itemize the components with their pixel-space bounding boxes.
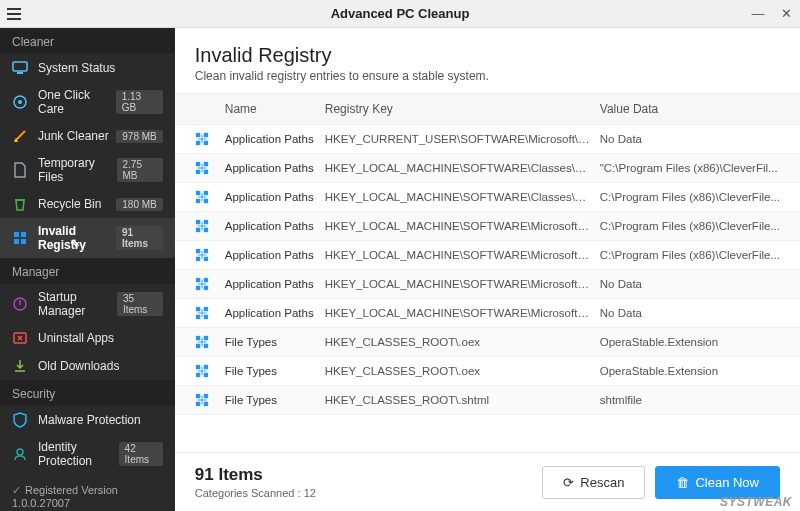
sidebar-item-temporary-files[interactable]: Temporary Files 2.75 MB	[0, 150, 175, 190]
registry-row-icon	[195, 277, 225, 291]
svg-rect-14	[204, 141, 208, 145]
nav-label: Startup Manager	[38, 290, 117, 318]
svg-rect-39	[196, 336, 200, 340]
svg-rect-12	[204, 133, 208, 137]
sidebar-item-recycle-bin[interactable]: Recycle Bin 180 MB	[0, 190, 175, 218]
clean-now-button[interactable]: 🗑 Clean Now	[655, 466, 780, 499]
broom-icon	[12, 128, 28, 144]
section-manager: Manager	[0, 258, 175, 284]
nav-label: Malware Protection	[38, 413, 141, 427]
sidebar-item-system-status[interactable]: System Status	[0, 54, 175, 82]
sidebar-item-uninstall-apps[interactable]: Uninstall Apps	[0, 324, 175, 352]
svg-rect-45	[196, 373, 200, 377]
app-title: Advanced PC Cleanup	[331, 6, 470, 21]
window-buttons: — ✕	[744, 0, 800, 28]
row-key: HKEY_CURRENT_USER\SOFTWARE\Microsoft\Win…	[325, 133, 600, 145]
svg-rect-21	[196, 199, 200, 203]
row-value: OperaStable.Extension	[600, 336, 780, 348]
items-count: 91 Items	[195, 465, 316, 485]
nav-label: System Status	[38, 61, 115, 75]
svg-rect-46	[204, 373, 208, 377]
sidebar-item-startup-manager[interactable]: Startup Manager 35 Items	[0, 284, 175, 324]
svg-rect-37	[196, 315, 200, 319]
sidebar-item-malware-protection[interactable]: Malware Protection	[0, 406, 175, 434]
svg-rect-48	[204, 394, 208, 398]
nav-label: Uninstall Apps	[38, 331, 114, 345]
sidebar-item-one-click-care[interactable]: One Click Care 1.13 GB	[0, 82, 175, 122]
download-icon	[12, 358, 28, 374]
row-name: Application Paths	[225, 249, 325, 261]
col-key: Registry Key	[325, 102, 600, 116]
table-row[interactable]: Application PathsHKEY_LOCAL_MACHINE\SOFT…	[175, 299, 800, 328]
row-name: Application Paths	[225, 307, 325, 319]
trash-icon: 🗑	[676, 475, 689, 490]
table-header: Name Registry Key Value Data	[175, 93, 800, 125]
table-row[interactable]: Application PathsHKEY_LOCAL_MACHINE\SOFT…	[175, 241, 800, 270]
row-key: HKEY_LOCAL_MACHINE\SOFTWARE\Microsoft\Wi…	[325, 278, 600, 290]
row-name: Application Paths	[225, 133, 325, 145]
svg-rect-28	[204, 249, 208, 253]
rescan-label: Rescan	[580, 475, 624, 490]
section-cleaner: Cleaner	[0, 28, 175, 54]
close-button[interactable]: ✕	[772, 0, 800, 28]
titlebar: Advanced PC Cleanup — ✕	[0, 0, 800, 28]
table-body[interactable]: Application PathsHKEY_CURRENT_USER\SOFTW…	[175, 125, 800, 452]
refresh-icon: ⟳	[563, 475, 574, 490]
row-name: Application Paths	[225, 191, 325, 203]
nav-label: Recycle Bin	[38, 197, 101, 211]
row-key: HKEY_LOCAL_MACHINE\SOFTWARE\Classes\Appl…	[325, 162, 600, 174]
svg-point-3	[18, 100, 22, 104]
table-row[interactable]: Application PathsHKEY_LOCAL_MACHINE\SOFT…	[175, 183, 800, 212]
table-row[interactable]: Application PathsHKEY_CURRENT_USER\SOFTW…	[175, 125, 800, 154]
table-row[interactable]: File TypesHKEY_CLASSES_ROOT\.oexOperaSta…	[175, 357, 800, 386]
sidebar-item-old-downloads[interactable]: Old Downloads	[0, 352, 175, 380]
row-value: C:\Program Files (x86)\CleverFile...	[600, 191, 780, 203]
table-row[interactable]: File TypesHKEY_CLASSES_ROOT\.oexOperaSta…	[175, 328, 800, 357]
table-row[interactable]: Application PathsHKEY_LOCAL_MACHINE\SOFT…	[175, 212, 800, 241]
registry-row-icon	[195, 132, 225, 146]
table-row[interactable]: Application PathsHKEY_LOCAL_MACHINE\SOFT…	[175, 270, 800, 299]
row-key: HKEY_CLASSES_ROOT\.oex	[325, 336, 600, 348]
svg-rect-36	[204, 307, 208, 311]
hamburger-menu-icon[interactable]	[0, 0, 28, 28]
svg-rect-38	[204, 315, 208, 319]
svg-rect-33	[196, 286, 200, 290]
shield-icon	[12, 412, 28, 428]
nav-badge: 2.75 MB	[117, 158, 163, 182]
sidebar-item-invalid-registry[interactable]: Invalid Registry 91 Items ⇖	[0, 218, 175, 258]
nav-label: Identity Protection	[38, 440, 119, 468]
col-name: Name	[195, 102, 325, 116]
nav-badge: 180 MB	[116, 198, 162, 211]
watermark: SYSTWEAK	[720, 495, 792, 509]
svg-rect-15	[196, 162, 200, 166]
svg-rect-0	[13, 62, 27, 71]
table-row[interactable]: Application PathsHKEY_LOCAL_MACHINE\SOFT…	[175, 154, 800, 183]
clean-label: Clean Now	[695, 475, 759, 490]
registry-row-icon	[195, 248, 225, 262]
registry-row-icon	[195, 306, 225, 320]
svg-rect-17	[196, 170, 200, 174]
row-value: shtmlfile	[600, 394, 780, 406]
sidebar-item-identity-protection[interactable]: Identity Protection 42 Items	[0, 434, 175, 474]
svg-rect-47	[196, 394, 200, 398]
svg-rect-16	[204, 162, 208, 166]
table-row[interactable]: File TypesHKEY_CLASSES_ROOT\.shtmlshtmlf…	[175, 386, 800, 415]
svg-rect-44	[204, 365, 208, 369]
row-name: Application Paths	[225, 278, 325, 290]
svg-rect-30	[204, 257, 208, 261]
row-value: No Data	[600, 133, 780, 145]
svg-rect-22	[204, 199, 208, 203]
svg-rect-24	[204, 220, 208, 224]
nav-badge: 35 Items	[117, 292, 163, 316]
minimize-button[interactable]: —	[744, 0, 772, 28]
rescan-button[interactable]: ⟳ Rescan	[542, 466, 645, 499]
nav-badge: 42 Items	[119, 442, 163, 466]
sidebar-item-junk-cleaner[interactable]: Junk Cleaner 978 MB	[0, 122, 175, 150]
svg-rect-32	[204, 278, 208, 282]
nav-label: Junk Cleaner	[38, 129, 109, 143]
registry-row-icon	[195, 219, 225, 233]
svg-rect-23	[196, 220, 200, 224]
svg-rect-4	[14, 232, 19, 237]
svg-rect-34	[204, 286, 208, 290]
nav-label: Invalid Registry	[38, 224, 116, 252]
